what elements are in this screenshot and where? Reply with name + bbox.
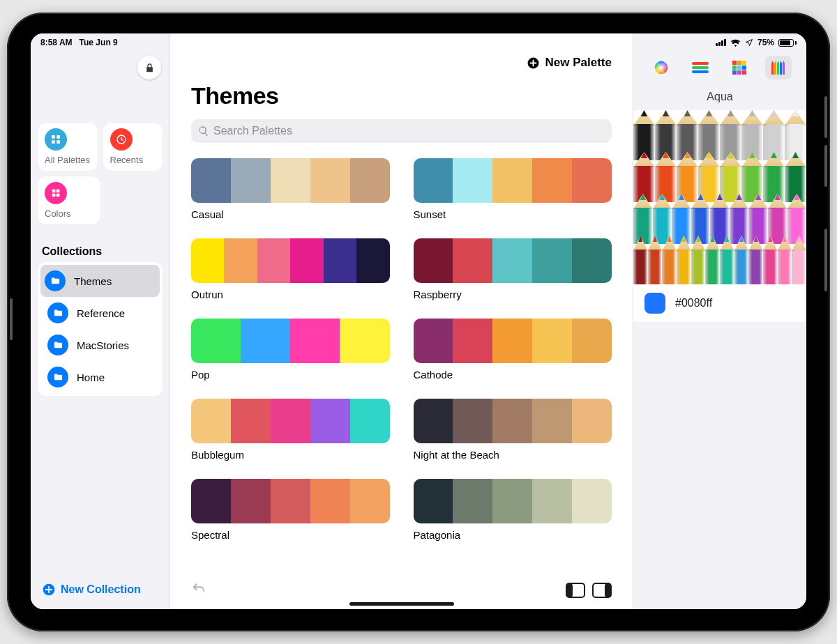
clock-icon — [110, 128, 133, 151]
pencil-picker[interactable] — [633, 110, 806, 284]
pencil[interactable] — [792, 236, 806, 284]
palette-name: Patagonia — [414, 529, 612, 541]
pencils-icon — [771, 61, 786, 75]
svg-marker-33 — [777, 61, 779, 63]
pencil[interactable] — [763, 236, 778, 284]
picker-mode-grid-button[interactable] — [726, 56, 753, 79]
swatch-row — [414, 238, 612, 283]
svg-point-15 — [655, 61, 668, 74]
new-collection-label: New Collection — [61, 583, 141, 596]
pencil[interactable] — [691, 236, 706, 284]
cellular-icon — [716, 39, 726, 46]
svg-rect-30 — [774, 63, 776, 75]
palette-sunset[interactable]: Sunset — [414, 158, 612, 220]
swatch-row — [414, 319, 612, 363]
svg-rect-23 — [737, 66, 741, 70]
palette-casual[interactable]: Casual — [191, 158, 390, 220]
svg-rect-3 — [56, 140, 60, 144]
picker-mode-sliders-button[interactable] — [687, 56, 714, 79]
lock-button[interactable] — [137, 56, 161, 79]
page-title: Themes — [191, 82, 612, 109]
main-panel: New Palette Themes CasualSunsetOutrunRas… — [170, 33, 633, 609]
grid-icon — [45, 128, 67, 151]
sidebar-tile-colors[interactable]: Colors — [38, 176, 100, 224]
palette-name: Raspberry — [414, 289, 612, 300]
plus-circle-icon — [42, 583, 56, 597]
svg-marker-37 — [783, 61, 785, 63]
palette-name: Bubblegum — [191, 449, 390, 461]
layout-sidebar-left-button[interactable] — [566, 583, 585, 598]
palette-grid: CasualSunsetOutrunRaspberryPopCathodeBub… — [191, 158, 612, 541]
search-field[interactable] — [191, 119, 612, 143]
undo-button[interactable] — [191, 581, 206, 599]
selected-color-row[interactable]: #0080ff — [633, 284, 806, 322]
swatch-row — [191, 479, 390, 523]
palette-name: Spectral — [191, 529, 390, 541]
palette-cathode[interactable]: Cathode — [414, 319, 612, 381]
pencil[interactable] — [734, 236, 749, 284]
palette-outrun[interactable]: Outrun — [191, 238, 390, 300]
svg-rect-14 — [605, 583, 611, 597]
sidebar-tile-all-palettes[interactable]: All Palettes — [38, 123, 98, 171]
palette-night-at-the-beach[interactable]: Night at the Beach — [414, 399, 612, 461]
sliders-icon — [692, 61, 709, 74]
svg-marker-31 — [774, 61, 776, 63]
layout-sidebar-right-button[interactable] — [592, 583, 612, 598]
sidebar-tile-label: Colors — [45, 208, 93, 219]
sidebar-item-themes[interactable]: Themes — [40, 265, 160, 297]
sidebar-item-reference[interactable]: Reference — [40, 297, 160, 329]
svg-rect-32 — [777, 63, 779, 75]
palette-name: Casual — [191, 208, 390, 220]
sidebar-tile-label: Recents — [110, 155, 156, 165]
pencil-row — [633, 236, 806, 284]
new-collection-button[interactable]: New Collection — [42, 583, 141, 597]
svg-rect-6 — [56, 190, 60, 193]
sidebar-item-label: MacStories — [77, 339, 129, 351]
status-bar: 8:58 AM Tue Jun 9 75% — [31, 33, 806, 49]
svg-rect-22 — [732, 66, 737, 70]
pencil[interactable] — [748, 236, 763, 284]
svg-marker-35 — [780, 61, 782, 63]
palette-patagonia[interactable]: Patagonia — [414, 479, 612, 541]
sidebar-tile-recents[interactable]: Recents — [103, 123, 163, 171]
pencil[interactable] — [662, 236, 677, 284]
selected-color-hex: #0080ff — [675, 297, 712, 309]
pencil[interactable] — [705, 236, 720, 284]
svg-rect-21 — [742, 61, 746, 65]
sidebar-item-macstories[interactable]: MacStories — [40, 329, 160, 361]
swatch-row — [414, 158, 612, 203]
pencil[interactable] — [778, 236, 792, 284]
svg-rect-1 — [56, 135, 60, 139]
palette-name: Outrun — [191, 289, 390, 300]
svg-rect-18 — [692, 70, 709, 73]
battery-icon — [778, 39, 797, 47]
palette-raspberry[interactable]: Raspberry — [414, 238, 612, 300]
pencil[interactable] — [677, 236, 691, 284]
palette-pop[interactable]: Pop — [191, 319, 390, 381]
svg-rect-27 — [742, 70, 746, 75]
sidebar-item-home[interactable]: Home — [40, 361, 160, 393]
layout-sidebar-left-icon — [566, 583, 585, 598]
swatch-row — [191, 319, 390, 363]
layout-sidebar-right-icon — [592, 583, 612, 598]
svg-rect-16 — [692, 62, 709, 65]
pencil[interactable] — [648, 236, 663, 284]
lock-icon — [144, 63, 155, 73]
palette-bubblegum[interactable]: Bubblegum — [191, 399, 390, 461]
picker-mode-wheel-button[interactable] — [648, 56, 674, 79]
svg-rect-20 — [737, 61, 741, 65]
search-input[interactable] — [213, 125, 605, 137]
pencil[interactable] — [633, 236, 648, 284]
battery-pct: 75% — [757, 38, 774, 47]
svg-rect-2 — [52, 140, 55, 144]
svg-rect-28 — [771, 63, 774, 75]
palette-spectral[interactable]: Spectral — [191, 479, 390, 541]
new-palette-button[interactable]: New Palette — [527, 56, 612, 70]
home-indicator[interactable] — [349, 602, 454, 606]
inspector-title: Aqua — [642, 91, 798, 103]
pencil[interactable] — [720, 236, 734, 284]
picker-mode-pencils-button[interactable] — [765, 56, 792, 79]
folder-icon — [47, 335, 68, 355]
sidebar-item-label: Home — [77, 371, 105, 383]
color-grid-icon — [732, 61, 746, 75]
